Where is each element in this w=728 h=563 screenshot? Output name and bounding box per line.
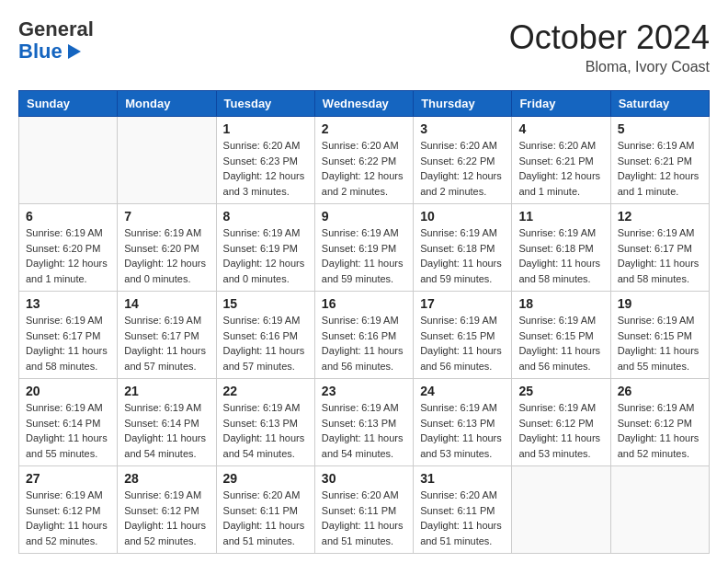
- calendar-week-5: 27Sunrise: 6:19 AM Sunset: 6:12 PM Dayli…: [19, 466, 710, 554]
- month-title: October 2024: [509, 18, 710, 57]
- day-info: Sunrise: 6:20 AM Sunset: 6:23 PM Dayligh…: [223, 138, 308, 199]
- calendar-cell: 5Sunrise: 6:19 AM Sunset: 6:21 PM Daylig…: [610, 117, 709, 204]
- day-number: 2: [322, 121, 406, 136]
- day-number: 13: [26, 296, 110, 311]
- calendar-cell: 9Sunrise: 6:19 AM Sunset: 6:19 PM Daylig…: [314, 204, 413, 292]
- day-info: Sunrise: 6:19 AM Sunset: 6:12 PM Dayligh…: [518, 400, 603, 461]
- calendar-cell: 7Sunrise: 6:19 AM Sunset: 6:20 PM Daylig…: [118, 204, 216, 292]
- day-number: 1: [223, 121, 308, 136]
- day-number: 19: [618, 296, 702, 311]
- weekday-header-friday: Friday: [512, 91, 610, 117]
- calendar-cell: 1Sunrise: 6:20 AM Sunset: 6:23 PM Daylig…: [216, 117, 314, 204]
- day-number: 7: [124, 209, 209, 224]
- day-number: 6: [26, 209, 110, 224]
- calendar-cell: [118, 117, 216, 204]
- day-info: Sunrise: 6:19 AM Sunset: 6:14 PM Dayligh…: [124, 400, 209, 461]
- calendar-cell: 16Sunrise: 6:19 AM Sunset: 6:16 PM Dayli…: [314, 292, 413, 379]
- day-info: Sunrise: 6:19 AM Sunset: 6:20 PM Dayligh…: [26, 225, 110, 286]
- calendar-cell: 31Sunrise: 6:20 AM Sunset: 6:11 PM Dayli…: [414, 466, 512, 554]
- calendar-cell: 25Sunrise: 6:19 AM Sunset: 6:12 PM Dayli…: [512, 379, 610, 466]
- day-number: 11: [518, 209, 603, 224]
- day-info: Sunrise: 6:19 AM Sunset: 6:13 PM Dayligh…: [223, 400, 308, 461]
- calendar-cell: 14Sunrise: 6:19 AM Sunset: 6:17 PM Dayli…: [118, 292, 216, 379]
- day-number: 4: [518, 121, 603, 136]
- calendar-week-4: 20Sunrise: 6:19 AM Sunset: 6:14 PM Dayli…: [19, 379, 710, 466]
- day-number: 28: [124, 471, 209, 486]
- calendar-cell: 3Sunrise: 6:20 AM Sunset: 6:22 PM Daylig…: [414, 117, 512, 204]
- calendar-cell: [512, 466, 610, 554]
- day-info: Sunrise: 6:19 AM Sunset: 6:19 PM Dayligh…: [223, 225, 308, 286]
- day-info: Sunrise: 6:19 AM Sunset: 6:21 PM Dayligh…: [618, 138, 702, 199]
- day-info: Sunrise: 6:19 AM Sunset: 6:18 PM Dayligh…: [420, 225, 505, 286]
- calendar-cell: 8Sunrise: 6:19 AM Sunset: 6:19 PM Daylig…: [216, 204, 314, 292]
- calendar-cell: [19, 117, 118, 204]
- calendar-week-3: 13Sunrise: 6:19 AM Sunset: 6:17 PM Dayli…: [19, 292, 710, 379]
- day-number: 16: [322, 296, 406, 311]
- page-header: General Blue October 2024 Bloma, Ivory C…: [18, 18, 710, 75]
- calendar-cell: 15Sunrise: 6:19 AM Sunset: 6:16 PM Dayli…: [216, 292, 314, 379]
- day-number: 12: [618, 209, 702, 224]
- weekday-header-tuesday: Tuesday: [216, 91, 314, 117]
- day-info: Sunrise: 6:19 AM Sunset: 6:18 PM Dayligh…: [518, 225, 603, 286]
- day-info: Sunrise: 6:20 AM Sunset: 6:22 PM Dayligh…: [420, 138, 505, 199]
- calendar-cell: 17Sunrise: 6:19 AM Sunset: 6:15 PM Dayli…: [414, 292, 512, 379]
- day-number: 27: [26, 471, 110, 486]
- day-info: Sunrise: 6:20 AM Sunset: 6:11 PM Dayligh…: [223, 488, 308, 548]
- calendar-cell: 4Sunrise: 6:20 AM Sunset: 6:21 PM Daylig…: [512, 117, 610, 204]
- calendar-cell: 12Sunrise: 6:19 AM Sunset: 6:17 PM Dayli…: [610, 204, 709, 292]
- calendar-cell: 6Sunrise: 6:19 AM Sunset: 6:20 PM Daylig…: [19, 204, 118, 292]
- day-info: Sunrise: 6:19 AM Sunset: 6:15 PM Dayligh…: [618, 313, 702, 373]
- day-info: Sunrise: 6:19 AM Sunset: 6:14 PM Dayligh…: [26, 400, 110, 461]
- calendar-cell: 22Sunrise: 6:19 AM Sunset: 6:13 PM Dayli…: [216, 379, 314, 466]
- day-info: Sunrise: 6:19 AM Sunset: 6:19 PM Dayligh…: [322, 225, 406, 286]
- day-number: 10: [420, 209, 505, 224]
- calendar-cell: 18Sunrise: 6:19 AM Sunset: 6:15 PM Dayli…: [512, 292, 610, 379]
- weekday-header-row: SundayMondayTuesdayWednesdayThursdayFrid…: [19, 91, 710, 117]
- logo-blue-text: Blue: [18, 40, 94, 63]
- calendar-cell: [610, 466, 709, 554]
- weekday-header-wednesday: Wednesday: [314, 91, 413, 117]
- day-info: Sunrise: 6:20 AM Sunset: 6:21 PM Dayligh…: [518, 138, 603, 199]
- calendar-cell: 13Sunrise: 6:19 AM Sunset: 6:17 PM Dayli…: [19, 292, 118, 379]
- day-number: 24: [420, 384, 505, 398]
- day-info: Sunrise: 6:19 AM Sunset: 6:16 PM Dayligh…: [322, 313, 406, 373]
- calendar-week-1: 1Sunrise: 6:20 AM Sunset: 6:23 PM Daylig…: [19, 117, 710, 204]
- day-number: 18: [518, 296, 603, 311]
- calendar-cell: 29Sunrise: 6:20 AM Sunset: 6:11 PM Dayli…: [216, 466, 314, 554]
- day-info: Sunrise: 6:19 AM Sunset: 6:15 PM Dayligh…: [518, 313, 603, 373]
- day-number: 5: [618, 121, 702, 136]
- logo: General Blue: [18, 18, 94, 63]
- day-number: 8: [223, 209, 308, 224]
- day-number: 31: [420, 471, 505, 486]
- day-info: Sunrise: 6:20 AM Sunset: 6:11 PM Dayligh…: [420, 488, 505, 548]
- weekday-header-sunday: Sunday: [19, 91, 118, 117]
- calendar-cell: 11Sunrise: 6:19 AM Sunset: 6:18 PM Dayli…: [512, 204, 610, 292]
- location-text: Bloma, Ivory Coast: [509, 59, 710, 75]
- day-number: 17: [420, 296, 505, 311]
- calendar-cell: 10Sunrise: 6:19 AM Sunset: 6:18 PM Dayli…: [414, 204, 512, 292]
- calendar-table: SundayMondayTuesdayWednesdayThursdayFrid…: [18, 90, 710, 554]
- day-number: 22: [223, 384, 308, 398]
- day-number: 20: [26, 384, 110, 398]
- day-number: 14: [124, 296, 209, 311]
- title-block: October 2024 Bloma, Ivory Coast: [509, 18, 710, 75]
- day-info: Sunrise: 6:19 AM Sunset: 6:12 PM Dayligh…: [26, 488, 110, 548]
- day-info: Sunrise: 6:20 AM Sunset: 6:22 PM Dayligh…: [322, 138, 406, 199]
- calendar-cell: 24Sunrise: 6:19 AM Sunset: 6:13 PM Dayli…: [414, 379, 512, 466]
- logo-arrow-icon: [68, 44, 81, 59]
- day-number: 3: [420, 121, 505, 136]
- day-info: Sunrise: 6:19 AM Sunset: 6:17 PM Dayligh…: [26, 313, 110, 373]
- calendar-cell: 2Sunrise: 6:20 AM Sunset: 6:22 PM Daylig…: [314, 117, 413, 204]
- calendar-cell: 27Sunrise: 6:19 AM Sunset: 6:12 PM Dayli…: [19, 466, 118, 554]
- day-info: Sunrise: 6:19 AM Sunset: 6:16 PM Dayligh…: [223, 313, 308, 373]
- calendar-week-2: 6Sunrise: 6:19 AM Sunset: 6:20 PM Daylig…: [19, 204, 710, 292]
- weekday-header-monday: Monday: [118, 91, 216, 117]
- day-number: 30: [322, 471, 406, 486]
- day-info: Sunrise: 6:20 AM Sunset: 6:11 PM Dayligh…: [322, 488, 406, 548]
- day-info: Sunrise: 6:19 AM Sunset: 6:20 PM Dayligh…: [124, 225, 209, 286]
- day-info: Sunrise: 6:19 AM Sunset: 6:15 PM Dayligh…: [420, 313, 505, 373]
- day-number: 26: [618, 384, 702, 398]
- day-number: 23: [322, 384, 406, 398]
- day-info: Sunrise: 6:19 AM Sunset: 6:13 PM Dayligh…: [420, 400, 505, 461]
- calendar-cell: 26Sunrise: 6:19 AM Sunset: 6:12 PM Dayli…: [610, 379, 709, 466]
